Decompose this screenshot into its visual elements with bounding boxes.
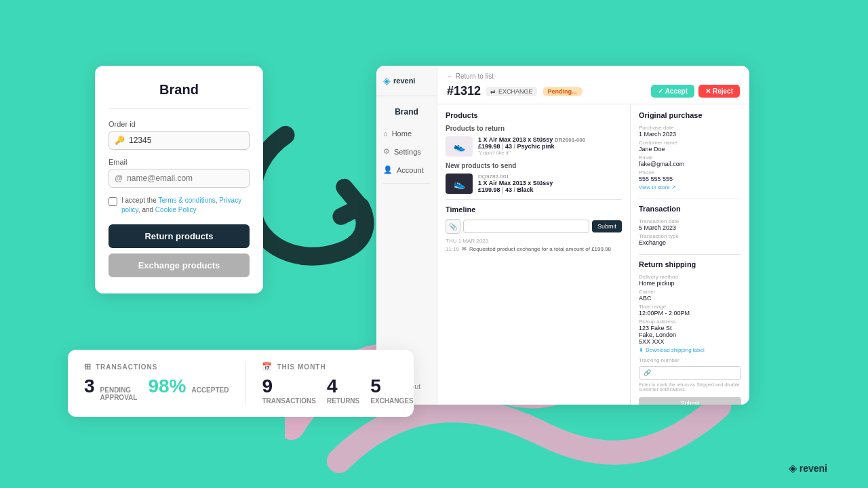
- exchanges-col: 5 EXCHANGES: [370, 375, 413, 405]
- send-product-image: 👟: [446, 174, 473, 194]
- timeline-submit-button[interactable]: Submit: [592, 220, 622, 232]
- reject-x-icon: ✕: [705, 87, 711, 95]
- email-input[interactable]: [127, 174, 243, 183]
- customer-name-row: Customer name Jane Doe: [639, 140, 741, 152]
- pending-num: 3: [84, 375, 95, 397]
- timeline-event-icon-msg: ✉: [462, 246, 467, 252]
- admin-right-panel: Original purchase Purchase date 1 March …: [631, 104, 749, 405]
- sidebar-item-settings[interactable]: ⚙ Settings: [376, 142, 437, 161]
- order-header-row: #1312 ⇄ EXCHANGE Pending... ✓ Accept ✕ R…: [447, 84, 740, 98]
- order-id-input-wrap: 🔑: [108, 131, 250, 150]
- return-product-info: 1 X Air Max 2013 x Stüssy DR2601-600 £19…: [478, 136, 622, 156]
- month-transactions-col: 9 TRANSACTIONS: [262, 375, 315, 405]
- time-range-row: Time range 12:00PM - 2:00PM: [639, 304, 741, 317]
- tracking-number-input[interactable]: [654, 369, 736, 376]
- download-shipping-label-link[interactable]: ⬇ Download shipping label: [639, 347, 741, 353]
- month-stats-grid: 9 TRANSACTIONS 4 RETURNS 5 EXCHANGES: [262, 375, 413, 405]
- send-product-price: £199.98 | 43 / Black: [478, 186, 622, 193]
- terms-link[interactable]: Terms & conditions: [158, 197, 215, 204]
- order-id-input[interactable]: [129, 136, 243, 145]
- sidebar-brand-name: Brand: [376, 102, 437, 122]
- return-product-name: 1 X Air Max 2013 x Stüssy DR2601-600: [478, 136, 622, 143]
- return-shipping-title: Return shipping: [639, 260, 741, 268]
- admin-header: ← Return to list #1312 ⇄ EXCHANGE Pendin…: [437, 66, 749, 104]
- order-id: #1312: [447, 84, 481, 98]
- month-transactions-num: 9: [262, 375, 273, 397]
- products-section-title: Products: [446, 111, 622, 119]
- month-transactions-label: TRANSACTIONS: [262, 397, 315, 405]
- stats-left-section: ⊞ TRANSACTIONS 3 PENDING APPROVAL 98% AC…: [84, 362, 245, 405]
- account-icon: 👤: [383, 165, 393, 174]
- transactions-icon: ⊞: [84, 362, 92, 371]
- right-divider-2: [639, 254, 741, 255]
- sidebar-divider: [383, 183, 430, 184]
- cookie-link[interactable]: Cookie Policy: [155, 206, 197, 214]
- tracking-note: Enter to mark the return as Shipped and …: [639, 382, 741, 392]
- approval-label: APPROVAL: [100, 394, 138, 401]
- terms-checkbox[interactable]: [108, 197, 117, 206]
- download-label-text: Download shipping label: [646, 347, 705, 353]
- tracking-input-wrap: 🔗: [639, 366, 741, 380]
- right-divider-1: [639, 199, 741, 199]
- timeline-text-input[interactable]: [463, 220, 589, 233]
- accept-check-icon: ✓: [658, 87, 663, 95]
- email-icon: @: [115, 174, 123, 183]
- sidebar-home-label: Home: [392, 129, 412, 138]
- tracking-number-section: Tracking number 🔗 Enter to mark the retu…: [639, 357, 741, 405]
- tracking-input-icon: 🔗: [644, 369, 651, 376]
- accepted-pct: 98%: [148, 375, 186, 397]
- login-card: Brand Order id 🔑 Email @ I accept the Te…: [95, 66, 263, 293]
- terms-checkbox-row: I accept the Terms & conditions, Privacy…: [108, 196, 250, 215]
- order-id-icon: 🔑: [115, 136, 125, 145]
- return-products-button[interactable]: Return products: [108, 224, 250, 248]
- email-label: Email: [108, 158, 250, 166]
- back-link[interactable]: ← Return to list: [447, 73, 740, 80]
- accept-button[interactable]: ✓ Accept: [651, 85, 694, 98]
- accepted-label: ACCEPTED: [191, 386, 229, 394]
- sidebar-item-home[interactable]: ⌂ Home: [376, 125, 437, 142]
- timeline-input-row: 📎 Submit: [446, 219, 622, 234]
- carrier-row: Carrier ABC: [639, 289, 741, 302]
- tracking-submit-button[interactable]: Submit: [639, 397, 741, 405]
- original-purchase-title: Original purchase: [639, 111, 741, 119]
- customer-phone-row: Phone 555 555 555: [639, 169, 741, 182]
- order-type-badge: ⇄ EXCHANGE: [486, 87, 537, 96]
- settings-icon: ⚙: [383, 147, 390, 156]
- view-store-link[interactable]: View in store ↗: [639, 184, 741, 190]
- returns-col: 4 RETURNS: [327, 375, 359, 405]
- timeline-date: THU 1 MAR 2023: [446, 238, 622, 244]
- admin-left-panel: Products Products to return 👟 1 X Air Ma…: [437, 104, 631, 405]
- timeline-event-time: 11:10: [446, 246, 459, 252]
- sidebar-item-account[interactable]: 👤 Account: [376, 161, 437, 179]
- reveni-sidebar-text: reveni: [393, 77, 415, 85]
- admin-panel: ◈ reveni Brand ⌂ Home ⚙ Settings 👤 Accou…: [376, 66, 749, 405]
- send-product-sku: DQ9782-001: [478, 174, 622, 180]
- tracking-label: Tracking number: [639, 357, 741, 363]
- reject-button[interactable]: ✕ Reject: [698, 85, 740, 98]
- exchanges-label: EXCHANGES: [370, 397, 413, 405]
- timeline-section: Timeline 📎 Submit THU 1 MAR 2023 11:10 ✉…: [446, 205, 622, 252]
- exchanges-num: 5: [370, 375, 381, 397]
- login-divider: [108, 108, 250, 109]
- send-product-item: 👟 DQ9782-001 1 X Air Max 2013 x Stüssy £…: [446, 174, 622, 194]
- pending-row: 3 PENDING APPROVAL 98% ACCEPTED: [84, 375, 229, 401]
- reveni-logo-bottom-right: ◈ reveni: [789, 462, 827, 474]
- timeline-attachment-btn[interactable]: 📎: [446, 219, 460, 234]
- original-purchase-section: Original purchase Purchase date 1 March …: [639, 111, 741, 190]
- exchange-products-button[interactable]: Exchange products: [108, 253, 250, 277]
- reveni-br-text: reveni: [800, 463, 827, 474]
- transaction-section: Transaction Transaction date 5 March 202…: [639, 205, 741, 246]
- admin-main: ← Return to list #1312 ⇄ EXCHANGE Pendin…: [437, 66, 749, 405]
- delivery-method-row: Delivery method Home pickup: [639, 274, 741, 287]
- timeline-title: Timeline: [446, 205, 622, 214]
- send-product-name: 1 X Air Max 2013 x Stüssy: [478, 180, 622, 186]
- products-to-return-title: Products to return: [446, 125, 622, 132]
- terms-text: I accept the Terms & conditions, Privacy…: [121, 196, 250, 215]
- new-products-title: New products to send: [446, 162, 622, 169]
- return-product-note: "I don't like it": [478, 150, 622, 156]
- email-input-wrap: @: [108, 169, 250, 188]
- purchase-date-row: Purchase date 1 March 2023: [639, 125, 741, 138]
- pending-label: PENDING: [100, 386, 138, 394]
- send-product-info: DQ9782-001 1 X Air Max 2013 x Stüssy £19…: [478, 174, 622, 193]
- sidebar-logo: ◈ reveni: [376, 75, 437, 96]
